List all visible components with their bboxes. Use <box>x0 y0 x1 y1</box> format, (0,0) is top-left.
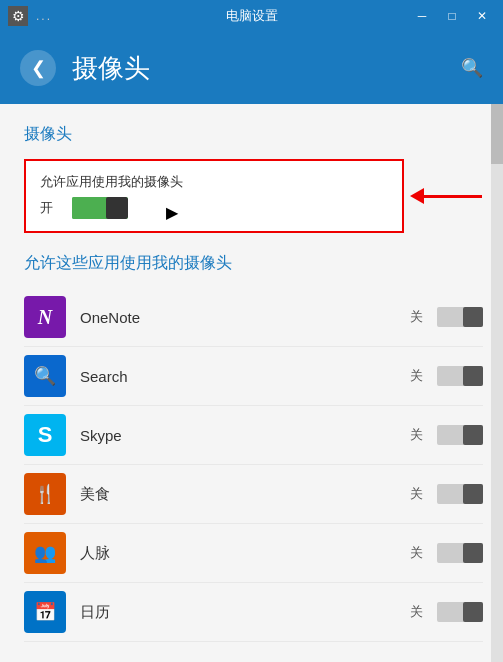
restore-button[interactable]: □ <box>439 6 465 26</box>
window-controls: ─ □ ✕ <box>409 6 495 26</box>
search-toggle[interactable] <box>437 366 483 386</box>
app-status: 关 <box>410 367 423 385</box>
page-header: ❮ 摄像头 🔍 <box>0 32 503 104</box>
toggle-thumb <box>463 307 483 327</box>
toggle-thumb <box>463 366 483 386</box>
people-toggle[interactable] <box>437 543 483 563</box>
section1-title: 摄像头 <box>24 124 483 145</box>
window-title: 电脑设置 <box>226 7 278 25</box>
calendar-icon: 📅 <box>24 591 66 633</box>
list-item: 🔍 Search 关 <box>24 347 483 406</box>
scrollbar-thumb[interactable] <box>491 104 503 164</box>
camera-permission-box: 允许应用使用我的摄像头 开 ▶ <box>24 159 404 233</box>
app-name: OneNote <box>80 309 410 326</box>
scrollbar-track[interactable] <box>491 104 503 662</box>
toggle-description: 允许应用使用我的摄像头 <box>40 173 388 191</box>
toggle-thumb <box>463 602 483 622</box>
camera-toggle[interactable] <box>72 197 128 219</box>
title-bar: ⚙ ... 电脑设置 ─ □ ✕ <box>0 0 503 32</box>
list-item: 📅 日历 关 <box>24 583 483 642</box>
toggle-track <box>72 197 128 219</box>
close-button[interactable]: ✕ <box>469 6 495 26</box>
app-name: Search <box>80 368 410 385</box>
page-title: 摄像头 <box>72 51 150 86</box>
arrow-line <box>422 195 482 198</box>
app-status: 关 <box>410 426 423 444</box>
list-item: 🍴 美食 关 <box>24 465 483 524</box>
toggle-green <box>72 197 106 219</box>
gear-icon: ⚙ <box>12 8 25 24</box>
calendar-toggle[interactable] <box>437 602 483 622</box>
list-item: 👥 人脉 关 <box>24 524 483 583</box>
toggle-thumb <box>463 425 483 445</box>
section2-title: 允许这些应用使用我的摄像头 <box>24 253 483 274</box>
list-item: N OneNote 关 <box>24 288 483 347</box>
app-name: 日历 <box>80 603 410 622</box>
app-status: 关 <box>410 308 423 326</box>
app-icon: ⚙ <box>8 6 28 26</box>
header-search-icon[interactable]: 🔍 <box>461 57 483 79</box>
main-content: 摄像头 允许应用使用我的摄像头 开 ▶ 允许这些应用使用我的摄像头 N OneN… <box>0 104 503 662</box>
app-name: 人脉 <box>80 544 410 563</box>
search-app-icon: 🔍 <box>24 355 66 397</box>
back-button[interactable]: ❮ <box>20 50 56 86</box>
toggle-thumb <box>463 484 483 504</box>
people-icon: 👥 <box>24 532 66 574</box>
minimize-button[interactable]: ─ <box>409 6 435 26</box>
app-status: 关 <box>410 544 423 562</box>
title-bar-dots: ... <box>36 9 52 23</box>
app-list: N OneNote 关 🔍 Search 关 S Skype 关 🍴 美食 关 … <box>24 288 483 642</box>
app-status: 关 <box>410 603 423 621</box>
onenote-icon: N <box>24 296 66 338</box>
toggle-thumb <box>463 543 483 563</box>
onenote-toggle[interactable] <box>437 307 483 327</box>
list-item: S Skype 关 <box>24 406 483 465</box>
food-toggle[interactable] <box>437 484 483 504</box>
app-name: 美食 <box>80 485 410 504</box>
skype-icon: S <box>24 414 66 456</box>
app-status: 关 <box>410 485 423 503</box>
toggle-thumb <box>106 197 128 219</box>
back-icon: ❮ <box>31 57 46 79</box>
app-name: Skype <box>80 427 410 444</box>
toggle-row: 开 <box>40 197 388 219</box>
skype-toggle[interactable] <box>437 425 483 445</box>
toggle-state: 开 <box>40 199 60 217</box>
arrow-annotation <box>410 188 482 204</box>
food-icon: 🍴 <box>24 473 66 515</box>
